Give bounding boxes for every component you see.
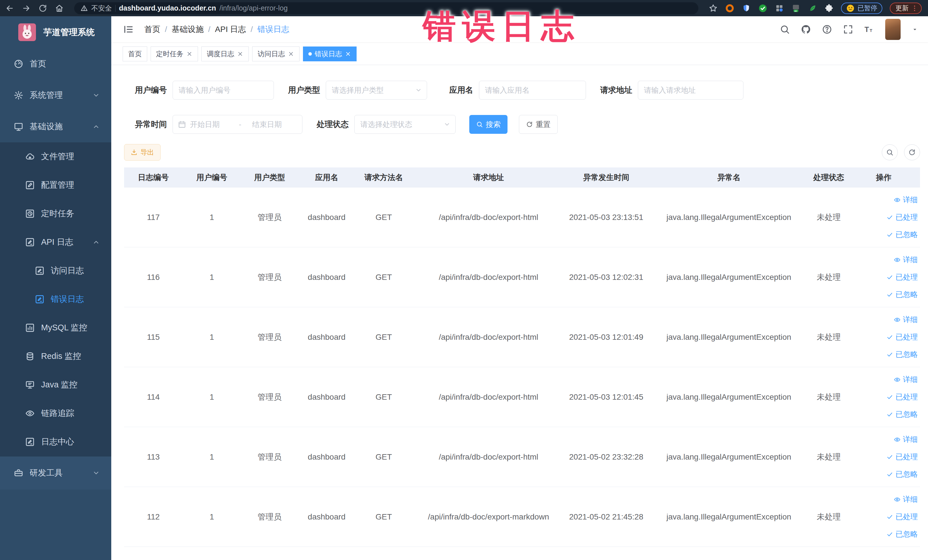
extension-grid-icon[interactable] bbox=[775, 4, 784, 13]
browser-reload-icon[interactable] bbox=[38, 4, 47, 13]
sidebar-toggle-icon[interactable] bbox=[123, 24, 134, 35]
extension-paused-badge[interactable]: 已暂停 bbox=[841, 3, 882, 14]
sidebar-zone-bottom: 研发工具 bbox=[0, 456, 111, 490]
action-link-已处理[interactable]: 已处理 bbox=[886, 392, 918, 402]
action-link-已处理[interactable]: 已处理 bbox=[886, 452, 918, 462]
svg-text:T: T bbox=[865, 25, 869, 34]
sidebar-item-13-日志中心[interactable]: 日志中心 bbox=[0, 428, 111, 456]
browser-home-icon[interactable] bbox=[55, 4, 64, 13]
action-link-详细[interactable]: 详细 bbox=[894, 195, 918, 205]
gauge-icon bbox=[14, 59, 23, 69]
action-link-详细[interactable]: 详细 bbox=[894, 494, 918, 504]
action-link-已忽略[interactable]: 已忽略 bbox=[886, 230, 918, 240]
extensions-puzzle-icon[interactable] bbox=[824, 4, 833, 13]
extension-orange-ring-icon[interactable] bbox=[725, 4, 734, 13]
tab-首页[interactable]: 首页 bbox=[123, 46, 147, 61]
column-header-用户类型: 用户类型 bbox=[241, 172, 298, 183]
sidebar-item-6-API 日志[interactable]: API 日志 bbox=[0, 228, 111, 256]
action-link-已忽略[interactable]: 已忽略 bbox=[886, 409, 918, 420]
close-tab-icon[interactable] bbox=[186, 51, 192, 57]
extension-switch-on-icon[interactable]: on bbox=[791, 4, 800, 13]
sidebar-item-11-Java 监控[interactable]: Java 监控 bbox=[0, 371, 111, 399]
check-icon bbox=[886, 351, 893, 358]
help-icon[interactable] bbox=[822, 24, 832, 35]
user-avatar[interactable] bbox=[885, 19, 901, 40]
cell-userType: 管理员 bbox=[241, 452, 298, 462]
user-menu-caret-icon[interactable] bbox=[911, 26, 918, 33]
action-link-已处理[interactable]: 已处理 bbox=[886, 512, 918, 522]
cell-id: 116 bbox=[124, 273, 183, 282]
request-url-input[interactable] bbox=[638, 81, 743, 99]
tab-定时任务[interactable]: 定时任务 bbox=[151, 46, 198, 61]
extension-shield-icon[interactable] bbox=[742, 4, 751, 13]
app-name-label: 应用名 bbox=[430, 85, 473, 96]
date-separator: - bbox=[239, 120, 241, 129]
reset-button[interactable]: 重置 bbox=[519, 115, 558, 134]
action-link-已忽略[interactable]: 已忽略 bbox=[886, 529, 918, 539]
action-link-详细[interactable]: 详细 bbox=[894, 255, 918, 265]
action-link-已忽略[interactable]: 已忽略 bbox=[886, 349, 918, 359]
tab-错误日志[interactable]: 错误日志 bbox=[303, 46, 357, 61]
sidebar-item-10-Redis 监控[interactable]: Redis 监控 bbox=[0, 342, 111, 371]
action-link-详细[interactable]: 详细 bbox=[894, 375, 918, 385]
export-button[interactable]: 导出 bbox=[124, 144, 160, 160]
tab-调度日志[interactable]: 调度日志 bbox=[201, 46, 249, 61]
cell-time: 2021-05-02 23:32:28 bbox=[565, 452, 647, 462]
filter-user-type: 用户类型 bbox=[277, 81, 427, 99]
browser-update-button[interactable]: 更新 bbox=[890, 3, 922, 14]
user-type-select[interactable] bbox=[326, 81, 427, 99]
github-icon[interactable] bbox=[801, 24, 811, 35]
close-tab-icon[interactable] bbox=[237, 51, 243, 57]
bookmark-star-icon[interactable] bbox=[709, 4, 718, 13]
sidebar-item-2-基础设施[interactable]: 基础设施 bbox=[0, 111, 111, 142]
extension-leaf-icon[interactable] bbox=[808, 4, 817, 13]
sidebar-item-1-系统管理[interactable]: 系统管理 bbox=[0, 79, 111, 111]
app-name-input[interactable] bbox=[479, 81, 586, 99]
cell-url: /api/infra/db-doc/export-html bbox=[412, 213, 565, 222]
action-link-已忽略[interactable]: 已忽略 bbox=[886, 290, 918, 299]
sidebar-item-9-MySQL 监控[interactable]: MySQL 监控 bbox=[0, 314, 111, 342]
sidebar-item-7-访问日志[interactable]: 访问日志 bbox=[0, 256, 111, 285]
sidebar-item-8-错误日志[interactable]: 错误日志 bbox=[0, 285, 111, 314]
close-tab-icon[interactable] bbox=[288, 51, 294, 57]
action-link-已忽略[interactable]: 已忽略 bbox=[886, 469, 918, 479]
breadcrumb-item-首页[interactable]: 首页 bbox=[144, 24, 160, 35]
fullscreen-icon[interactable] bbox=[843, 24, 853, 35]
cell-userId: 1 bbox=[183, 333, 241, 342]
sidebar-zone-top: 首页系统管理基础设施 bbox=[0, 48, 111, 142]
toggle-search-button[interactable] bbox=[882, 144, 898, 160]
sidebar-logo-row[interactable]: 芋道管理系统 bbox=[0, 16, 111, 48]
breadcrumb-item-基础设施[interactable]: 基础设施 bbox=[172, 24, 204, 35]
action-link-已处理[interactable]: 已处理 bbox=[886, 272, 918, 282]
browser-forward-icon[interactable] bbox=[22, 4, 31, 13]
font-size-icon[interactable]: TT bbox=[864, 24, 875, 35]
process-status-select[interactable] bbox=[354, 115, 456, 134]
action-link-已处理[interactable]: 已处理 bbox=[886, 332, 918, 342]
sidebar-item-5-定时任务[interactable]: 定时任务 bbox=[0, 200, 111, 228]
cell-userType: 管理员 bbox=[241, 392, 298, 403]
action-link-详细[interactable]: 详细 bbox=[894, 315, 918, 325]
action-link-已处理[interactable]: 已处理 bbox=[886, 212, 918, 222]
action-link-详细[interactable]: 详细 bbox=[894, 435, 918, 444]
browser-menu-icon[interactable] bbox=[911, 5, 918, 12]
sidebar-item-14-研发工具[interactable]: 研发工具 bbox=[0, 456, 111, 490]
date-range-picker[interactable]: 开始日期 - 结束日期 bbox=[172, 115, 302, 134]
sidebar-item-0-首页[interactable]: 首页 bbox=[0, 48, 111, 79]
browser-back-icon[interactable] bbox=[5, 4, 14, 13]
refresh-table-button[interactable] bbox=[904, 144, 920, 160]
address-bar[interactable]: 不安全 dashboard.yudao.iocoder.cn/infra/log… bbox=[74, 2, 698, 14]
main-area: 首页/基础设施/API 日志/错误日志 TT 首页定时任务调度日志访问日志错误日… bbox=[111, 16, 928, 560]
security-warning-icon[interactable] bbox=[81, 5, 88, 12]
tab-访问日志[interactable]: 访问日志 bbox=[252, 46, 299, 61]
sidebar-item-12-链路追踪[interactable]: 链路追踪 bbox=[0, 399, 111, 428]
cell-exception: java.lang.IllegalArgumentException bbox=[647, 392, 810, 402]
header-search-icon[interactable] bbox=[780, 24, 790, 35]
breadcrumb-item-API 日志[interactable]: API 日志 bbox=[215, 24, 246, 35]
sidebar-item-3-文件管理[interactable]: 文件管理 bbox=[0, 142, 111, 171]
sidebar-item-4-配置管理[interactable]: 配置管理 bbox=[0, 171, 111, 200]
tab-label: 定时任务 bbox=[156, 49, 183, 58]
search-button[interactable]: 搜索 bbox=[469, 115, 508, 134]
close-tab-icon[interactable] bbox=[345, 51, 351, 57]
user-id-input[interactable] bbox=[172, 81, 274, 99]
extension-green-check-icon[interactable] bbox=[758, 4, 768, 13]
